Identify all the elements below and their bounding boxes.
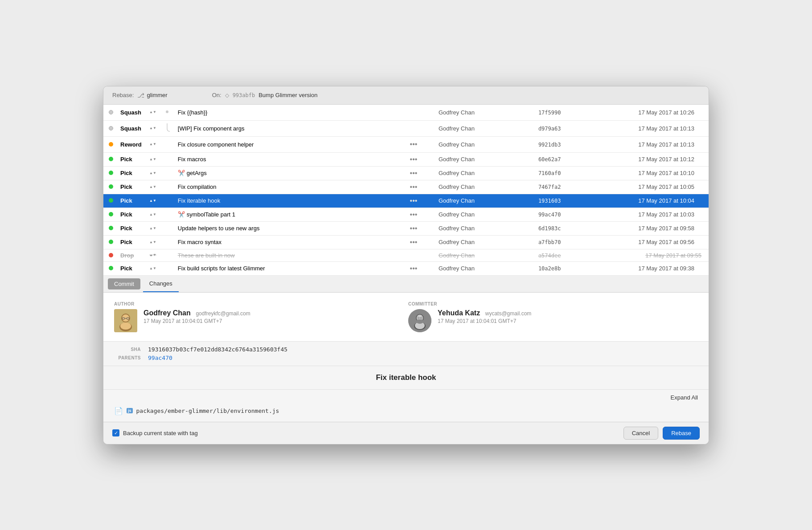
commit-date: 17 May 2017 at 10:13 — [638, 125, 701, 132]
expand-all-button[interactable]: Expand All — [671, 394, 698, 401]
parents-link[interactable]: 99ac470 — [148, 355, 172, 361]
action-label-cell: Pick — [117, 208, 146, 221]
rebase-button[interactable]: Rebase — [663, 427, 700, 440]
ellipsis-button[interactable]: ••• — [408, 169, 419, 177]
backup-label: Backup current state with tag — [123, 430, 198, 436]
action-stepper[interactable]: ▲▼ — [149, 267, 156, 270]
spacer-cell — [422, 105, 435, 121]
table-row[interactable]: Pick▲▼Fix macros•••Godfrey Chan60e62a717… — [103, 152, 709, 166]
connector-cell — [160, 105, 174, 121]
tab-changes[interactable]: Changes — [143, 276, 179, 292]
hash-cell: 10a2e8b — [535, 261, 570, 275]
table-row[interactable]: Pick▲▼Fix iterable hook•••Godfrey Chan19… — [103, 194, 709, 208]
action-label: Reword — [120, 141, 142, 148]
ellipsis-cell[interactable]: ••• — [405, 261, 423, 275]
dialog-footer: ✓ Backup current state with tag Cancel R… — [103, 422, 709, 444]
ellipsis-cell[interactable]: ••• — [405, 194, 423, 208]
table-row[interactable]: Squash▲▼[WIP] Fix component argsGodfrey … — [103, 120, 709, 136]
ellipsis-cell[interactable]: ••• — [405, 208, 423, 221]
on-label: On: — [212, 92, 221, 98]
stepper-cell[interactable]: ▲▼ — [146, 261, 160, 275]
stepper-cell[interactable]: ▲▼ — [146, 166, 160, 180]
stepper-cell[interactable]: ▲▼ — [146, 221, 160, 235]
dialog-header: Rebase: ⎇ glimmer On: ◇ 993abfb Bump Gli… — [103, 86, 709, 105]
ellipsis-button[interactable]: ••• — [408, 265, 419, 272]
author-section: AUTHOR — [114, 302, 404, 332]
commit-message: These are built-in now — [178, 252, 235, 259]
ellipsis-cell[interactable]: ••• — [405, 235, 423, 249]
action-stepper[interactable]: ▲▼ — [149, 126, 156, 130]
ellipsis-button[interactable]: ••• — [408, 238, 419, 246]
ellipsis-cell[interactable]: ••• — [405, 136, 423, 152]
svg-point-6 — [120, 322, 131, 330]
table-row[interactable]: Pick▲▼Fix macro syntax•••Godfrey Chana7f… — [103, 235, 709, 249]
action-stepper[interactable]: ▲▼ — [149, 185, 156, 189]
status-dot — [109, 240, 113, 244]
table-row[interactable]: Pick▲▼Fix build scripts for latest Glimm… — [103, 261, 709, 275]
ellipsis-button[interactable]: ••• — [408, 211, 419, 218]
commit-message-cell: These are built-in now — [174, 249, 405, 261]
hash-cell: a7fbb70 — [535, 235, 570, 249]
action-stepper[interactable]: ▲▼ — [149, 253, 156, 257]
action-stepper[interactable]: ▲▼ — [149, 171, 156, 175]
stepper-cell[interactable]: ▲▼ — [146, 120, 160, 136]
commit-date: 17 May 2017 at 10:04 — [638, 197, 701, 204]
ellipsis-button[interactable]: ••• — [408, 224, 419, 232]
stepper-cell[interactable]: ▲▼ — [146, 105, 160, 121]
action-label-cell: Pick — [117, 261, 146, 275]
stepper-cell[interactable]: ▲▼ — [146, 208, 160, 221]
table-row[interactable]: Pick▲▼Fix compilation•••Godfrey Chan7467… — [103, 180, 709, 194]
on-commit-section: On: ◇ 993abfb Bump Glimmer version — [212, 92, 318, 98]
commit-button[interactable]: Commit — [108, 278, 140, 289]
action-stepper[interactable]: ▲▼ — [149, 213, 156, 216]
commit-date: 17 May 2017 at 10:13 — [638, 141, 701, 148]
commit-date: 17 May 2017 at 09:58 — [638, 225, 701, 232]
ellipsis-button[interactable]: ••• — [408, 197, 419, 204]
action-label: Pick — [120, 197, 132, 204]
ellipsis-button[interactable]: ••• — [408, 140, 419, 148]
file-icon: 📄 — [114, 407, 123, 415]
status-dot-cell — [103, 261, 117, 275]
action-stepper[interactable]: ▲▼ — [149, 227, 156, 230]
hash-cell: a574dee — [535, 249, 570, 261]
stepper-cell[interactable]: ▲▼ — [146, 235, 160, 249]
meta-section: SHA 19316037b03cf7e012dd8342c6764a315960… — [103, 342, 709, 366]
cancel-button[interactable]: Cancel — [623, 427, 658, 440]
backup-checkbox-section[interactable]: ✓ Backup current state with tag — [112, 429, 198, 436]
footer-buttons: Cancel Rebase — [623, 427, 700, 440]
ellipsis-cell[interactable]: ••• — [405, 221, 423, 235]
stepper-cell[interactable]: ▲▼ — [146, 194, 160, 208]
table-row[interactable]: Reword▲▼Fix closure component helper•••G… — [103, 136, 709, 152]
ellipsis-cell[interactable]: ••• — [405, 166, 423, 180]
backup-checkbox[interactable]: ✓ — [112, 429, 119, 436]
table-row[interactable]: Pick▲▼✂️symbolTable part 1•••Godfrey Cha… — [103, 208, 709, 221]
stepper-cell[interactable]: ▲▼ — [146, 249, 160, 261]
connector-cell — [160, 221, 174, 235]
stepper-cell[interactable]: ▲▼ — [146, 136, 160, 152]
action-stepper[interactable]: ▲▼ — [149, 158, 156, 161]
author-name: Godfrey Chan — [439, 125, 475, 132]
action-stepper[interactable]: ▲▼ — [149, 199, 156, 203]
table-row[interactable]: Drop▲▼These are built-in nowGodfrey Chan… — [103, 249, 709, 261]
action-label: Pick — [120, 156, 132, 163]
action-stepper[interactable]: ▲▼ — [149, 143, 156, 146]
ellipsis-cell[interactable]: ••• — [405, 180, 423, 194]
stepper-cell[interactable]: ▲▼ — [146, 152, 160, 166]
commit-hash: 6d1983c — [538, 225, 561, 232]
commit-message-cell: Fix closure component helper — [174, 136, 405, 152]
table-row[interactable]: Squash▲▼Fix {{hash}}Godfrey Chan17f59901… — [103, 105, 709, 121]
connector-cell — [160, 120, 174, 136]
stepper-cell[interactable]: ▲▼ — [146, 180, 160, 194]
action-stepper[interactable]: ▲▼ — [149, 110, 156, 114]
ellipsis-cell[interactable]: ••• — [405, 152, 423, 166]
spacer-cell — [422, 152, 435, 166]
file-row[interactable]: 📄 js packages/ember-glimmer/lib/environm… — [114, 404, 698, 417]
table-row[interactable]: Pick▲▼Update helpers to use new args•••G… — [103, 221, 709, 235]
author-cell: Godfrey Chan — [435, 221, 535, 235]
table-row[interactable]: Pick▲▼✂️getArgs•••Godfrey Chan7160af017 … — [103, 166, 709, 180]
commit-date: 17 May 2017 at 10:26 — [638, 109, 701, 116]
svg-point-15 — [416, 319, 423, 324]
ellipsis-button[interactable]: ••• — [408, 155, 419, 163]
action-stepper[interactable]: ▲▼ — [149, 241, 156, 244]
ellipsis-button[interactable]: ••• — [408, 183, 419, 191]
